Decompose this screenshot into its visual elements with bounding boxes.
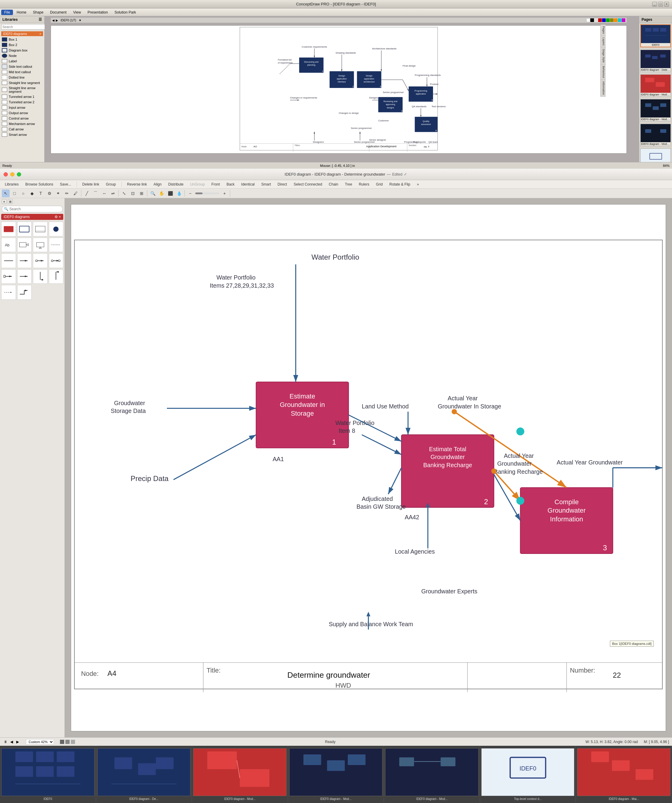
- lib-item-mechanism-arrow[interactable]: Mechanism arrow: [0, 121, 44, 127]
- menu-document[interactable]: Document: [47, 10, 70, 15]
- page-thumb-determ[interactable]: IDEF0 diagram - Determ...: [640, 50, 671, 72]
- lib-item-straight-line[interactable]: Straight line segment: [0, 80, 44, 86]
- lib-item-smart-arrow[interactable]: Smart arrow: [0, 132, 44, 137]
- thumb-determ[interactable]: IDEF0 diagram - De...: [96, 746, 192, 803]
- canvas-top[interactable]: ◀ ▶ IDEF0 (1/7) ▼: [45, 16, 639, 169]
- tool-node[interactable]: ◆: [28, 189, 36, 197]
- lib-cell-7[interactable]: [33, 237, 47, 252]
- tab-information[interactable]: Information: [600, 80, 606, 97]
- sidebar-list-view[interactable]: ≡: [2, 199, 7, 204]
- lib-item-mid-callout[interactable]: Mid text callout: [0, 69, 44, 75]
- lib-item-straight-arrow[interactable]: Straight line arrow segment: [0, 86, 44, 94]
- tool-transform1[interactable]: ⊞: [138, 189, 146, 197]
- lib-item-tunneled1[interactable]: Tunneled arrow 1: [0, 94, 44, 99]
- lib-cell-8[interactable]: [49, 237, 63, 252]
- tb-delete-link[interactable]: Delete link: [80, 182, 102, 187]
- lib-cell-13[interactable]: [1, 269, 16, 284]
- zoom-out-btn[interactable]: −: [186, 189, 194, 197]
- page-thumb-model-in[interactable]: IDEF0 diagram - Model In...: [640, 99, 671, 121]
- canvas-bottom[interactable]: Node: A4 Title: Determine groundwater Nu…: [65, 198, 672, 737]
- tb-browse-solutions[interactable]: Browse Solutions: [23, 182, 56, 187]
- page-thumb-model-d[interactable]: IDEF0 diagram - Model D...: [640, 75, 671, 97]
- tool-zoom-out[interactable]: 🔍: [149, 189, 157, 197]
- thumb-mod3[interactable]: IDEF0 diagram - Mod...: [384, 746, 480, 803]
- tool-pen1[interactable]: ✏: [63, 189, 71, 197]
- tool-text[interactable]: T: [37, 189, 45, 197]
- mac-minimize-button[interactable]: [10, 172, 15, 177]
- page-thumb-model-v[interactable]: IDEF0 diagram - Model V...: [640, 124, 671, 146]
- tb-back[interactable]: Back: [224, 182, 237, 187]
- tool-eyedrop[interactable]: 💧: [175, 189, 183, 197]
- tb-save[interactable]: Save...: [57, 182, 73, 187]
- lib-item-box1[interactable]: Box 1: [0, 37, 44, 42]
- sidebar-grid-view[interactable]: ⊞: [8, 199, 13, 204]
- tool-select[interactable]: ↖: [2, 189, 10, 197]
- lib-cell-1[interactable]: [1, 222, 16, 236]
- view-btn-2[interactable]: [65, 740, 70, 744]
- tb-align[interactable]: Align: [151, 182, 164, 187]
- thumb-top-level[interactable]: IDEF0 Top-level context d...: [480, 746, 576, 803]
- lib-cell-9[interactable]: [1, 253, 16, 268]
- lib-item-tunneled2[interactable]: Tunneled arrow 2: [0, 99, 44, 105]
- lib-cell-2[interactable]: [17, 222, 32, 236]
- tool-hand[interactable]: ✋: [158, 189, 166, 197]
- view-btn-3[interactable]: [71, 740, 75, 744]
- tb-distribute[interactable]: Distribute: [166, 182, 186, 187]
- lib-item-control-arrow[interactable]: Control arrow: [0, 115, 44, 121]
- tb-more[interactable]: »: [414, 182, 421, 187]
- menu-shape[interactable]: Shape: [30, 10, 46, 15]
- minimize-button[interactable]: _: [652, 2, 657, 7]
- close-button[interactable]: ×: [664, 2, 669, 7]
- tool-crop[interactable]: ⊡: [129, 189, 137, 197]
- thumb-mod1[interactable]: IDEF0 diagram - Mod...: [192, 746, 288, 803]
- sidebar-toggle-icon[interactable]: ☰: [39, 18, 42, 22]
- lib-cell-3[interactable]: [33, 222, 47, 236]
- tb-tree[interactable]: Tree: [342, 182, 355, 187]
- lib-item-call-arrow[interactable]: Call arrow: [0, 127, 44, 132]
- diagram-canvas[interactable]: Node: AO Titles: Application Development…: [50, 25, 627, 154]
- zoom-in-btn[interactable]: +: [221, 189, 228, 197]
- tool-action[interactable]: ⚙: [46, 189, 53, 197]
- page-thumb-idef0[interactable]: IDEF0: [640, 24, 671, 47]
- tab-stage-style[interactable]: Stage Style: [600, 47, 606, 65]
- lib-cell-16[interactable]: [49, 269, 63, 284]
- lib-cell-10[interactable]: [17, 253, 32, 268]
- lib-tag-bottom[interactable]: IDEF0 diagrams ⚙ ×: [1, 214, 63, 220]
- tb-smart[interactable]: Smart: [259, 182, 273, 187]
- lib-settings-icon[interactable]: ⚙: [55, 215, 58, 219]
- lib-cell-18[interactable]: [17, 285, 32, 300]
- lib-item-input-arrow[interactable]: Input arrow: [0, 105, 44, 110]
- mac-maximize-button[interactable]: [17, 172, 21, 177]
- lib-item-node[interactable]: Node: [0, 53, 44, 59]
- lib-cell-14[interactable]: [17, 269, 32, 284]
- tool-connect[interactable]: ⚭: [54, 189, 62, 197]
- lib-item-output-arrow[interactable]: Output arrow: [0, 110, 44, 115]
- lib-cell-11[interactable]: [33, 253, 47, 268]
- lib-item-diagram-box[interactable]: Diagram box: [0, 47, 44, 53]
- tab-layers[interactable]: Layers: [600, 36, 606, 47]
- view-btn-1[interactable]: [60, 740, 64, 744]
- search-input-bottom[interactable]: [2, 206, 63, 212]
- zoom-slider[interactable]: [195, 192, 220, 194]
- menu-solution-park[interactable]: Solution Park: [112, 10, 139, 15]
- tool-rubber[interactable]: ⬛: [166, 189, 174, 197]
- lib-cell-12[interactable]: [49, 253, 63, 268]
- lib-item-dotted[interactable]: Dotted line: [0, 75, 44, 80]
- menu-file[interactable]: File: [1, 10, 13, 15]
- lib-tag-top[interactable]: IDEF0 diagrams ×: [1, 31, 43, 36]
- diagram-bottom[interactable]: Node: A4 Title: Determine groundwater Nu…: [71, 204, 666, 731]
- tb-reverse-link[interactable]: Reverse link: [125, 182, 150, 187]
- tb-select-connected[interactable]: Select Connected: [291, 182, 325, 187]
- tool-arc[interactable]: ⌒: [92, 189, 99, 197]
- lib-item-side-callout[interactable]: Side text callout: [0, 64, 44, 69]
- lib-cell-17[interactable]: [1, 285, 16, 300]
- pause-button[interactable]: ⏸: [3, 740, 8, 744]
- tool-connector2[interactable]: ⇌: [109, 189, 117, 197]
- thumb-mod2[interactable]: IDEF0 diagram - Mod...: [288, 746, 384, 803]
- lib-cell-5[interactable]: Ab: [1, 237, 16, 252]
- tb-rulers[interactable]: Rulers: [356, 182, 372, 187]
- mac-close-button[interactable]: [3, 172, 8, 177]
- tab-pages[interactable]: Pages: [600, 25, 606, 36]
- tb-grid[interactable]: Grid: [373, 182, 385, 187]
- lib-item-box2[interactable]: Box 2: [0, 42, 44, 47]
